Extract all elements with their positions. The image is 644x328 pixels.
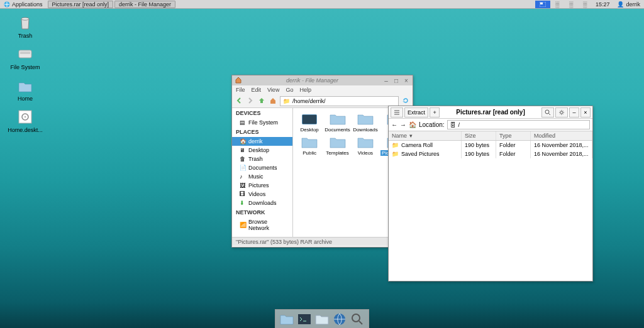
home-icon: 🏠 xyxy=(240,138,246,145)
download-icon: ⬇ xyxy=(240,200,246,206)
top-panel: Applications Pictures.rar [read only] de… xyxy=(0,0,644,9)
search-button[interactable] xyxy=(541,107,554,118)
trash-icon[interactable]: Trash xyxy=(6,14,44,39)
menu-file[interactable]: File xyxy=(236,87,245,93)
up-button[interactable]: 🏠 xyxy=(409,121,416,128)
minimize-button[interactable]: – xyxy=(382,77,390,84)
svg-point-17 xyxy=(352,314,360,322)
sidebar-item-pictures[interactable]: 🖼Pictures xyxy=(232,181,292,190)
location-label: Location: xyxy=(419,121,445,128)
dock-filemanager[interactable] xyxy=(279,312,294,327)
home-desktop-icon[interactable]: Home.deskt... xyxy=(6,108,44,133)
forward-button[interactable] xyxy=(246,96,255,106)
list-item[interactable]: 📁Camera Roll 190 bytes Folder 16 Novembe… xyxy=(389,141,592,150)
svg-point-4 xyxy=(21,18,29,20)
dock-search[interactable] xyxy=(350,312,365,327)
svg-point-9 xyxy=(25,116,26,118)
sidebar-item-music[interactable]: ♪Music xyxy=(232,172,292,181)
sidebar-item-trash[interactable]: 🗑Trash xyxy=(232,155,292,163)
sidebar-header-devices: DEVICES xyxy=(232,108,292,118)
menu-go[interactable]: Go xyxy=(286,87,293,93)
menu-edit[interactable]: Edit xyxy=(252,87,262,93)
folder-icon: 📁 xyxy=(283,98,290,104)
col-size[interactable]: Size xyxy=(462,131,496,140)
music-icon: ♪ xyxy=(240,173,246,180)
applications-label: Applications xyxy=(12,1,43,8)
user-menu[interactable]: 👤 derrik xyxy=(613,0,644,8)
archive-toolbar: Extract + Pictures.rar [read only] – × xyxy=(389,106,592,119)
titlebar[interactable]: derrik - File Manager – □ × xyxy=(232,75,413,85)
tray-icon[interactable]: ░ xyxy=(550,1,564,8)
home-button[interactable] xyxy=(269,96,277,106)
desktop-icon: 🖥 xyxy=(240,147,246,153)
back-button[interactable]: ← xyxy=(391,121,397,128)
folder-item[interactable]: Desktop xyxy=(297,112,322,133)
folder-item[interactable]: Videos xyxy=(353,135,378,156)
drive-icon: ▤ xyxy=(240,119,246,126)
sidebar: DEVICES ▤File System PLACES 🏠derrik 🖥Des… xyxy=(232,108,293,237)
menu-help[interactable]: Help xyxy=(299,87,311,93)
path-entry[interactable]: 📁 /home/derrik/ xyxy=(280,96,399,106)
filesystem-icon[interactable]: File System xyxy=(6,45,44,70)
location-entry[interactable]: 🗄 / xyxy=(447,120,590,129)
trash-icon: 🗑 xyxy=(240,156,246,162)
user-icon: 👤 xyxy=(617,1,624,8)
workspace-switcher-icon[interactable] xyxy=(535,1,550,8)
tray-icon[interactable]: ░ xyxy=(578,1,592,8)
col-modified[interactable]: Modified xyxy=(531,131,592,140)
dock-folder[interactable] xyxy=(314,312,330,327)
svg-point-13 xyxy=(545,110,549,114)
clock[interactable]: 15:27 xyxy=(592,0,614,8)
sidebar-item-filesystem[interactable]: ▤File System xyxy=(232,118,292,127)
applications-menu[interactable]: Applications xyxy=(0,0,47,8)
extract-button[interactable]: Extract xyxy=(404,107,428,118)
add-button[interactable]: + xyxy=(430,107,440,118)
sidebar-item-videos[interactable]: 🎞Videos xyxy=(232,190,292,199)
sort-icon: ▾ xyxy=(409,133,413,139)
home-icon[interactable]: Home xyxy=(6,77,44,102)
col-type[interactable]: Type xyxy=(496,131,531,140)
svg-rect-6 xyxy=(20,52,30,54)
dock-browser[interactable] xyxy=(332,312,347,327)
dock-terminal[interactable] xyxy=(297,312,312,327)
close-button[interactable]: × xyxy=(402,77,410,84)
taskbar-label: Pictures.rar [read only] xyxy=(52,1,109,8)
menu-view[interactable]: View xyxy=(267,87,279,93)
archive-nav: ← → 🏠 Location: 🗄 / xyxy=(389,119,592,131)
svg-point-14 xyxy=(560,111,563,114)
menu-button[interactable] xyxy=(391,107,403,118)
tray-icon[interactable]: ░ xyxy=(564,1,578,8)
statusbar: "Pictures.rar" (533 bytes) RAR archive xyxy=(232,237,413,246)
folder-item[interactable]: Public xyxy=(297,135,322,156)
folder-item[interactable]: Templates xyxy=(325,135,350,156)
taskbar-item-fm[interactable]: derrik - File Manager xyxy=(114,1,175,8)
window-title: derrik - File Manager xyxy=(245,77,380,84)
close-button[interactable]: × xyxy=(580,107,591,118)
list-header: Name ▾ Size Type Modified xyxy=(389,131,592,141)
taskbar-item-archive[interactable]: Pictures.rar [read only] xyxy=(48,1,114,8)
folder-icon: 📁 xyxy=(392,142,399,148)
folder-item[interactable]: Downloads xyxy=(353,112,378,133)
back-button[interactable] xyxy=(235,96,243,106)
refresh-button[interactable] xyxy=(401,96,410,106)
svg-rect-15 xyxy=(298,314,311,324)
sidebar-item-downloads[interactable]: ⬇Downloads xyxy=(232,199,292,207)
col-name[interactable]: Name ▾ xyxy=(389,131,462,140)
sidebar-item-browse-network[interactable]: 📶Browse Network xyxy=(232,217,292,232)
minimize-button[interactable]: – xyxy=(569,107,579,118)
file-manager-window: derrik - File Manager – □ × File Edit Vi… xyxy=(231,75,413,248)
home-icon xyxy=(235,76,242,85)
dock xyxy=(275,309,369,328)
sidebar-item-desktop[interactable]: 🖥Desktop xyxy=(232,146,292,155)
settings-button[interactable] xyxy=(555,107,568,118)
logo-icon xyxy=(4,1,10,8)
up-button[interactable] xyxy=(257,96,266,106)
folder-item[interactable]: Documents xyxy=(325,112,350,133)
list-item[interactable]: 📁Saved Pictures 190 bytes Folder 16 Nove… xyxy=(389,150,592,158)
sidebar-item-documents[interactable]: 📄Documents xyxy=(232,163,292,172)
maximize-button[interactable]: □ xyxy=(392,77,400,84)
archive-window: Extract + Pictures.rar [read only] – × ←… xyxy=(388,106,593,282)
svg-rect-11 xyxy=(303,115,316,124)
sidebar-item-home[interactable]: 🏠derrik xyxy=(232,137,292,146)
forward-button[interactable]: → xyxy=(400,121,406,128)
